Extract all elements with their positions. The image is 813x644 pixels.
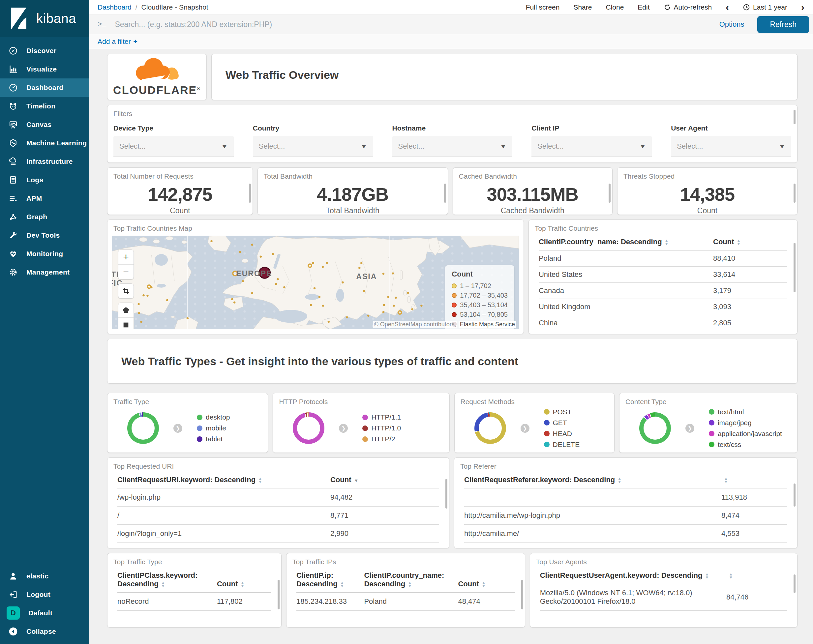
legend-item-http-2[interactable]: HTTP/2 <box>362 435 401 443</box>
sidebar-item-collapse[interactable]: Collapse <box>0 622 89 641</box>
country-select[interactable]: Select... ▼ <box>253 136 373 157</box>
column-header-count[interactable]: Count▲▼ <box>713 234 787 250</box>
sidebar-item-discover[interactable]: Discover <box>0 41 89 60</box>
panel-scrollbar[interactable] <box>609 184 611 203</box>
legend-chevron-icon[interactable]: ❯ <box>686 424 694 433</box>
map-rectangle-tool-button[interactable] <box>118 317 133 329</box>
legend-chevron-icon[interactable]: ❯ <box>173 424 182 433</box>
auto-refresh-button[interactable]: Auto-refresh <box>664 3 712 11</box>
sidebar-item-infrastructure[interactable]: Infrastructure <box>0 152 89 171</box>
legend-item-image-jpeg[interactable]: image/jpeg <box>709 419 782 427</box>
world-map[interactable]: NORTHPACIFIC EUROPE ASIA + − <box>112 236 519 329</box>
legend-item-desktop[interactable]: desktop <box>197 413 230 421</box>
panel-scrollbar[interactable] <box>521 580 523 609</box>
sidebar-item-monitoring[interactable]: Monitoring <box>0 245 89 263</box>
legend-chevron-icon[interactable]: ❯ <box>521 424 529 433</box>
add-filter-link[interactable]: Add a filter+ <box>98 38 138 46</box>
panel-scrollbar[interactable] <box>793 483 796 506</box>
legend-chevron-icon[interactable]: ❯ <box>339 424 348 433</box>
legend-item-http-1-0[interactable]: HTTP/1.0 <box>362 424 401 432</box>
metric-label: Count <box>618 206 797 215</box>
table-row: China2,805 <box>539 315 787 331</box>
column-header-clientip-ip-descending[interactable]: ClientIP.ip: Descending▲▼ <box>296 567 364 593</box>
column-header-clientrequestuseragent-keyword-descending[interactable]: ClientRequestUserAgent.keyword: Descendi… <box>540 567 726 584</box>
map-data-point <box>346 316 348 318</box>
sidebar-item-graph[interactable]: Graph <box>0 208 89 226</box>
ml-hexagon-icon <box>9 138 18 148</box>
device-type-select[interactable]: Select... ▼ <box>114 136 234 157</box>
full-screen-button[interactable]: Full screen <box>526 3 560 11</box>
column-header-clientip-country-name-descending[interactable]: ClientIP.country_name: Descending▲▼ <box>364 567 458 593</box>
time-picker[interactable]: Last 1 year <box>743 3 787 11</box>
column-header-clientrequestreferer-keyword-descending[interactable]: ClientRequestReferer.keyword: Descending… <box>464 472 721 488</box>
legend-item-tablet[interactable]: tablet <box>197 435 230 443</box>
column-header-clientip-country-name-descending[interactable]: ClientIP.country_name: Descending▲▼ <box>539 234 713 250</box>
sidebar-item-canvas[interactable]: Canvas <box>0 115 89 134</box>
map-data-point <box>382 311 384 313</box>
legend-item-post[interactable]: POST <box>544 408 580 416</box>
column-header-count[interactable]: ▲▼ <box>721 472 787 488</box>
time-back-chevron[interactable]: ‹ <box>726 4 729 11</box>
client-ip-select[interactable]: Select... ▼ <box>531 136 652 157</box>
options-link[interactable]: Options <box>719 20 744 29</box>
sidebar-item-dev-tools[interactable]: Dev Tools <box>0 226 89 245</box>
panel-scrollbar[interactable] <box>249 184 251 203</box>
column-header-count[interactable]: Count▲▼ <box>458 567 515 593</box>
map-zoom-out-button[interactable]: − <box>118 264 133 279</box>
column-header-count[interactable]: Count▼ <box>330 472 439 488</box>
column-header-count[interactable]: Count▲▼ <box>217 567 272 593</box>
legend-item-get[interactable]: GET <box>544 419 580 427</box>
table-row: Mozilla/5.0 (Windows NT 6.1; WOW64; rv:1… <box>540 584 787 611</box>
sidebar-item-visualize[interactable]: Visualize <box>0 60 89 78</box>
donut-chart[interactable] <box>293 412 324 444</box>
panel-scrollbar[interactable] <box>793 243 796 292</box>
donut-chart[interactable] <box>474 412 506 444</box>
legend-item-text-css[interactable]: text/css <box>709 441 782 449</box>
legend-item-mobile[interactable]: mobile <box>197 424 230 432</box>
sidebar-item-space-default[interactable]: DDefault <box>0 604 89 622</box>
hostname-select[interactable]: Select... ▼ <box>392 136 513 157</box>
filter-field-country: Country Select... ▼ <box>253 124 373 157</box>
panel-title: Top Traffic IPs <box>287 554 525 567</box>
legend-item-application-javascript[interactable]: application/javascript <box>709 430 782 438</box>
sidebar-item-dashboard[interactable]: Dashboard <box>0 78 89 97</box>
panel-scrollbar[interactable] <box>278 580 279 609</box>
breadcrumb-dashboard[interactable]: Dashboard <box>98 3 132 11</box>
legend-item-head[interactable]: HEAD <box>544 430 580 438</box>
panel-scrollbar[interactable] <box>793 184 796 203</box>
sidebar-item-machine-learning[interactable]: Machine Learning <box>0 134 89 152</box>
sidebar-item-logs[interactable]: Logs <box>0 171 89 189</box>
legend-item-delete[interactable]: DELETE <box>544 441 580 449</box>
refresh-button[interactable]: Refresh <box>757 16 809 33</box>
panel-scrollbar[interactable] <box>444 184 446 203</box>
sidebar-item-logout[interactable]: Logout <box>0 585 89 604</box>
legend-item-http-1-1[interactable]: HTTP/1.1 <box>362 413 401 421</box>
user-agent-select[interactable]: Select... ▼ <box>671 136 791 157</box>
sort-desc-icon: ▼ <box>354 478 359 483</box>
search-bar: >_ Options Refresh <box>89 15 813 34</box>
panel-scrollbar[interactable] <box>793 575 796 593</box>
search-input[interactable] <box>114 20 711 29</box>
sidebar-item-user[interactable]: elastic <box>0 567 89 585</box>
map-fit-bounds-button[interactable] <box>118 284 133 298</box>
legend-item-text-html[interactable]: text/html <box>709 408 782 416</box>
sidebar-item-timelion[interactable]: Timelion <box>0 97 89 115</box>
panel-scrollbar[interactable] <box>793 110 796 124</box>
sidebar-item-management[interactable]: Management <box>0 263 89 281</box>
clone-button[interactable]: Clone <box>606 3 624 11</box>
panel-scrollbar[interactable] <box>445 479 447 509</box>
map-polygon-tool-button[interactable] <box>118 303 133 317</box>
column-header-clientipclass-keyword-descending[interactable]: ClientIPClass.keyword: Descending▲▼ <box>117 567 217 593</box>
donut-chart[interactable] <box>127 412 159 444</box>
column-header-count[interactable]: ▲▼ <box>726 567 787 584</box>
donut-chart[interactable] <box>639 412 671 444</box>
time-forward-chevron[interactable]: › <box>801 4 804 11</box>
edit-button[interactable]: Edit <box>638 3 649 11</box>
column-header-clientrequesturi-keyword-descending[interactable]: ClientRequestURI.keyword: Descending▲▼ <box>117 472 330 488</box>
filter-label: Client IP <box>531 124 652 132</box>
kibana-logo[interactable]: kibana <box>0 0 89 37</box>
sidebar-item-apm[interactable]: APM <box>0 189 89 208</box>
map-zoom-in-button[interactable]: + <box>118 250 133 264</box>
sort-icon: ▲▼ <box>408 581 412 588</box>
share-button[interactable]: Share <box>573 3 592 11</box>
